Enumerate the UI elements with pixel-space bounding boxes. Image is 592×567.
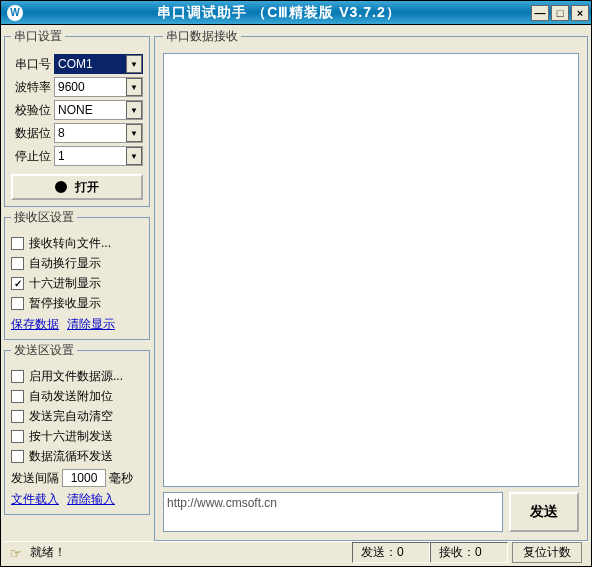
maximize-button[interactable]: □: [551, 5, 569, 21]
recv-settings-group: 接收区设置 接收转向文件... 自动换行显示 十六进制显示 暂停接收显示 保存数…: [4, 209, 150, 340]
clear-after-label: 发送完自动清空: [29, 408, 113, 425]
chevron-down-icon[interactable]: ▼: [126, 147, 142, 165]
chevron-down-icon[interactable]: ▼: [126, 55, 142, 73]
clear-input-link[interactable]: 清除输入: [67, 491, 115, 508]
databits-select[interactable]: ▼: [54, 123, 143, 143]
port-label: 串口号: [11, 56, 51, 73]
loop-send-label: 数据流循环发送: [29, 448, 113, 465]
port-select[interactable]: ▼: [54, 54, 143, 74]
hex-send-checkbox[interactable]: [11, 430, 24, 443]
open-label: 打开: [75, 179, 99, 196]
reset-counter-button[interactable]: 复位计数: [512, 542, 582, 563]
baud-select[interactable]: ▼: [54, 77, 143, 97]
sent-counter: 发送：0: [352, 542, 430, 563]
recv-to-file-label: 接收转向文件...: [29, 235, 111, 252]
hex-display-checkbox[interactable]: [11, 277, 24, 290]
clear-display-link[interactable]: 清除显示: [67, 316, 115, 333]
recv-to-file-checkbox[interactable]: [11, 237, 24, 250]
save-data-link[interactable]: 保存数据: [11, 316, 59, 333]
send-settings-group: 发送区设置 启用文件数据源... 自动发送附加位 发送完自动清空 按十六进制发送…: [4, 342, 150, 515]
open-port-button[interactable]: 打开: [11, 174, 143, 200]
file-source-checkbox[interactable]: [11, 370, 24, 383]
hand-icon: ☞: [10, 546, 24, 560]
databits-label: 数据位: [11, 125, 51, 142]
status-bar: ☞ 就绪！ 发送：0 接收：0 复位计数: [4, 541, 588, 563]
recv-textbox[interactable]: [163, 53, 579, 487]
hex-send-label: 按十六进制发送: [29, 428, 113, 445]
app-icon: W: [7, 5, 23, 21]
chevron-down-icon[interactable]: ▼: [126, 124, 142, 142]
titlebar: W 串口调试助手 （CⅢ精装版 V3.7.2） — □ ×: [1, 1, 591, 25]
serial-settings-group: 串口设置 串口号 ▼ 波特率 ▼: [4, 28, 150, 207]
clear-after-checkbox[interactable]: [11, 410, 24, 423]
interval-label: 发送间隔: [11, 470, 59, 487]
auto-wrap-label: 自动换行显示: [29, 255, 101, 272]
parity-label: 校验位: [11, 102, 51, 119]
stopbits-select[interactable]: ▼: [54, 146, 143, 166]
circle-icon: [55, 181, 67, 193]
chevron-down-icon[interactable]: ▼: [126, 101, 142, 119]
load-file-link[interactable]: 文件载入: [11, 491, 59, 508]
chevron-down-icon[interactable]: ▼: [126, 78, 142, 96]
interval-input[interactable]: [62, 469, 106, 487]
close-button[interactable]: ×: [571, 5, 589, 21]
recv-area-group: 串口数据接收 http://www.cmsoft.cn 发送: [154, 28, 588, 541]
window-title: 串口调试助手 （CⅢ精装版 V3.7.2）: [27, 4, 531, 22]
send-settings-legend: 发送区设置: [11, 342, 77, 359]
recv-settings-legend: 接收区设置: [11, 209, 77, 226]
parity-select[interactable]: ▼: [54, 100, 143, 120]
send-button[interactable]: 发送: [509, 492, 579, 532]
minimize-button[interactable]: —: [531, 5, 549, 21]
recv-counter: 接收：0: [430, 542, 508, 563]
auto-wrap-checkbox[interactable]: [11, 257, 24, 270]
status-ready: 就绪！: [30, 544, 352, 561]
auto-append-checkbox[interactable]: [11, 390, 24, 403]
interval-unit: 毫秒: [109, 470, 133, 487]
pause-recv-label: 暂停接收显示: [29, 295, 101, 312]
hex-display-label: 十六进制显示: [29, 275, 101, 292]
loop-send-checkbox[interactable]: [11, 450, 24, 463]
pause-recv-checkbox[interactable]: [11, 297, 24, 310]
baud-label: 波特率: [11, 79, 51, 96]
stopbits-label: 停止位: [11, 148, 51, 165]
serial-settings-legend: 串口设置: [11, 28, 65, 45]
file-source-label: 启用文件数据源...: [29, 368, 123, 385]
auto-append-label: 自动发送附加位: [29, 388, 113, 405]
recv-area-legend: 串口数据接收: [163, 28, 241, 45]
send-textbox[interactable]: http://www.cmsoft.cn: [163, 492, 503, 532]
